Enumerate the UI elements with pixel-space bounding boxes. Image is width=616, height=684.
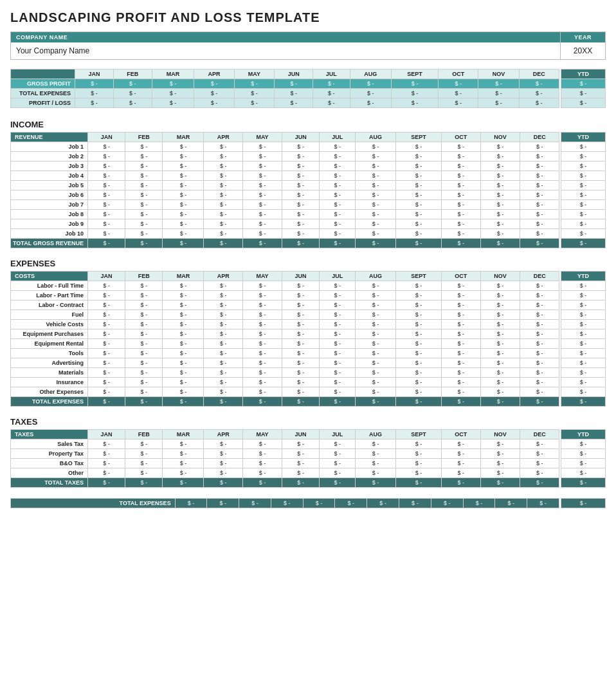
table-cell: $ - (442, 349, 481, 358)
table-row: Job 3$ -$ -$ -$ -$ -$ -$ -$ -$ -$ -$ -$ … (11, 162, 559, 171)
table-cell: $ - (463, 499, 495, 508)
table-cell: $ - (320, 162, 356, 171)
table-cell: $ - (163, 200, 204, 210)
ytd-row: $ - (561, 439, 606, 449)
table-cell: $ - (282, 219, 320, 229)
summary-header-nov: NOV (478, 69, 519, 79)
table-cell: $ - (125, 339, 163, 349)
table-row: Job 8$ -$ -$ -$ -$ -$ -$ -$ -$ -$ -$ -$ … (11, 210, 559, 219)
table-cell: $ - (163, 378, 204, 387)
table-cell: $ - (480, 142, 520, 152)
table-cell: $ - (88, 229, 125, 239)
ytd-row: $ - (561, 349, 606, 358)
table-cell: $ - (282, 210, 320, 219)
table-cell: $ - (282, 229, 320, 239)
table-row: Vehicle Costs$ -$ -$ -$ -$ -$ -$ -$ -$ -… (11, 320, 559, 329)
table-cell: $ - (396, 229, 442, 239)
table-cell: $ - (396, 281, 442, 291)
table-cell: $ - (520, 281, 559, 291)
table-cell: $ - (480, 171, 520, 181)
table-cell: $ - (125, 459, 163, 468)
table-cell: $ - (396, 239, 442, 248)
income-ytd-table: YTD $ -$ -$ -$ -$ -$ -$ -$ -$ -$ -$ - (561, 132, 606, 248)
row-label: Job 3 (11, 162, 88, 171)
table-cell: $ - (350, 89, 392, 98)
table-cell: $ - (442, 378, 481, 387)
table-cell: $ - (561, 349, 606, 358)
table-cell: $ - (561, 459, 606, 468)
table-cell: $ - (439, 98, 478, 108)
ytd-row: $ - (561, 358, 606, 368)
table-cell: $ - (320, 378, 356, 387)
table-cell: $ - (282, 468, 320, 478)
table-cell: $ - (194, 89, 234, 98)
table-cell: $ - (282, 320, 320, 329)
table-cell: $ - (282, 300, 320, 310)
company-block: COMPANY NAME Your Company Name YEAR 20XX (10, 32, 606, 60)
income-section: REVENUE JAN FEB MAR APR MAY JUN JUL AUG … (10, 132, 606, 248)
expenses-ytd-wrap: YTD $ -$ -$ -$ -$ -$ -$ -$ -$ -$ -$ -$ -… (561, 271, 606, 407)
table-cell: $ - (204, 310, 243, 320)
table-row: Job 10$ -$ -$ -$ -$ -$ -$ -$ -$ -$ -$ -$… (11, 229, 559, 239)
table-cell: $ - (520, 291, 559, 300)
table-cell: $ - (320, 478, 356, 488)
table-cell: $ - (234, 98, 275, 108)
table-cell: $ - (320, 200, 356, 210)
final-ytd-wrap: $ - (561, 498, 606, 508)
table-cell: $ - (356, 439, 396, 449)
table-cell: $ - (561, 281, 606, 291)
table-cell: $ - (480, 200, 520, 210)
ytd-row: $ - (561, 291, 606, 300)
expenses-col-label: COSTS (11, 272, 88, 281)
taxes-title: TAXES (10, 417, 606, 427)
table-cell: $ - (439, 89, 478, 98)
table-cell: $ - (480, 162, 520, 171)
taxes-ytd-header: YTD (561, 430, 606, 439)
table-cell: $ - (442, 200, 481, 210)
final-table-wrap: TOTAL EXPENSES$ -$ -$ -$ -$ -$ -$ -$ -$ … (10, 498, 559, 508)
table-cell: $ - (480, 459, 520, 468)
table-cell: $ - (480, 320, 520, 329)
ytd-row: $ - (561, 281, 606, 291)
table-cell: $ - (520, 210, 559, 219)
table-cell: $ - (356, 281, 396, 291)
row-label: Labor - Contract (11, 300, 88, 310)
ytd-row: $ - (561, 142, 606, 152)
ytd-row: $ - (561, 320, 606, 329)
ytd-row: $ - (561, 468, 606, 478)
table-cell: $ - (442, 171, 481, 181)
row-label: B&O Tax (11, 459, 88, 468)
taxes-h-oct: OCT (442, 430, 481, 439)
table-cell: $ - (88, 281, 125, 291)
table-cell: $ - (356, 387, 396, 397)
table-cell: $ - (520, 468, 559, 478)
table-cell: $ - (163, 300, 204, 310)
income-h-sep: SEPT (396, 133, 442, 142)
summary-header-apr: APR (194, 69, 234, 79)
table-cell: $ - (152, 89, 194, 98)
table-cell: $ - (396, 387, 442, 397)
row-label: PROFIT / LOSS (11, 98, 75, 108)
table-cell: $ - (480, 397, 520, 407)
table-cell: $ - (163, 349, 204, 358)
table-cell: $ - (313, 98, 350, 108)
row-label: Advertising (11, 358, 88, 368)
table-cell: $ - (527, 499, 559, 508)
table-cell: $ - (163, 387, 204, 397)
table-cell: $ - (243, 320, 282, 329)
table-row: TOTAL EXPENSES$ -$ -$ -$ -$ -$ -$ -$ -$ … (11, 89, 559, 98)
table-cell: $ - (163, 152, 204, 162)
table-cell: $ - (480, 310, 520, 320)
taxes-h-jul: JUL (320, 430, 356, 439)
expenses-title: EXPENSES (10, 259, 606, 268)
table-cell: $ - (356, 181, 396, 190)
table-cell: $ - (520, 368, 559, 378)
summary-header-jan: JAN (75, 69, 114, 79)
table-cell: $ - (243, 291, 282, 300)
expenses-section: COSTS JAN FEB MAR APR MAY JUN JUL AUG SE… (10, 271, 606, 407)
table-cell: $ - (163, 449, 204, 459)
table-cell: $ - (442, 162, 481, 171)
final-section: TOTAL EXPENSES$ -$ -$ -$ -$ -$ -$ -$ -$ … (10, 498, 606, 508)
ytd-row: $ - (561, 229, 606, 239)
final-ytd-table: $ - (561, 498, 606, 508)
